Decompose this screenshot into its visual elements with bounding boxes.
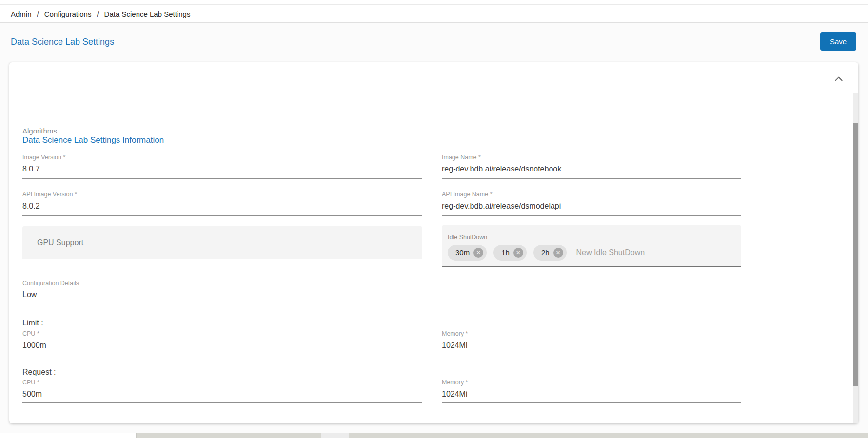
chip-close-icon[interactable]: ✕ xyxy=(553,248,563,258)
scrollbar-thumb[interactable] xyxy=(853,123,858,386)
scrollbar-track[interactable] xyxy=(853,93,858,423)
api-image-version-input[interactable]: 8.0.2 xyxy=(22,202,422,210)
image-version-field[interactable]: Image Version * 8.0.7 xyxy=(22,154,422,179)
request-cpu-input[interactable]: 500m xyxy=(22,390,422,399)
limit-heading: Limit : xyxy=(22,319,43,327)
limit-memory-field[interactable]: Memory * 1024Mi xyxy=(442,330,741,354)
background-window-segment xyxy=(321,433,349,438)
idle-chip: 30m ✕ xyxy=(448,245,487,261)
request-memory-label: Memory * xyxy=(442,379,741,386)
api-image-version-field[interactable]: API Image Version * 8.0.2 xyxy=(22,191,422,216)
chevron-up-icon xyxy=(832,79,845,87)
configuration-details-label: Configuration Details xyxy=(22,280,741,286)
chip-close-icon[interactable]: ✕ xyxy=(513,248,523,258)
configuration-details-input[interactable]: Low xyxy=(22,290,741,299)
api-image-name-input[interactable]: reg-dev.bdb.ai/release/dsmodelapi xyxy=(442,202,741,210)
breadcrumb: Admin / Configurations / Data Science La… xyxy=(0,4,868,23)
breadcrumb-separator: / xyxy=(97,10,99,18)
request-cpu-field[interactable]: CPU * 500m xyxy=(22,379,422,403)
request-memory-field[interactable]: Memory * 1024Mi xyxy=(442,379,741,403)
gpu-support-field[interactable]: GPU Support xyxy=(22,226,422,259)
image-version-label: Image Version * xyxy=(22,154,422,161)
chip-close-icon[interactable]: ✕ xyxy=(473,248,483,258)
section-divider xyxy=(22,142,841,142)
idle-chip-value: 1h xyxy=(501,248,510,257)
gpu-support-label: GPU Support xyxy=(37,238,83,247)
new-idle-shutdown-input[interactable]: New Idle ShutDown xyxy=(576,248,645,257)
window-top-strip xyxy=(0,0,868,4)
section-label-algorithms: Algorithms xyxy=(22,127,57,135)
breadcrumb-item-current: Data Science Lab Settings xyxy=(104,10,191,18)
panel-title: Data Science Lab Settings Information xyxy=(22,135,164,145)
api-image-name-field[interactable]: API Image Name * reg-dev.bdb.ai/release/… xyxy=(442,191,741,216)
collapse-panel-button[interactable] xyxy=(831,72,846,87)
header-divider xyxy=(22,104,841,104)
request-heading: Request : xyxy=(22,368,56,377)
request-memory-input[interactable]: 1024Mi xyxy=(442,390,741,399)
limit-cpu-input[interactable]: 1000m xyxy=(22,341,422,350)
breadcrumb-item-admin[interactable]: Admin xyxy=(11,10,32,18)
image-name-input[interactable]: reg-dev.bdb.ai/release/dsnotebook xyxy=(442,165,741,173)
api-image-version-label: API Image Version * xyxy=(22,191,422,198)
configuration-details-field[interactable]: Configuration Details Low xyxy=(22,280,741,305)
idle-chip-value: 2h xyxy=(541,248,550,257)
idle-shutdown-field[interactable]: Idle ShutDown 30m ✕ 1h ✕ 2h ✕ New Idle S… xyxy=(442,225,741,267)
page-title: Data Science Lab Settings xyxy=(11,37,114,47)
idle-chip: 2h ✕ xyxy=(533,245,567,261)
image-version-input[interactable]: 8.0.7 xyxy=(22,165,422,173)
breadcrumb-separator: / xyxy=(37,10,39,18)
background-window-strip xyxy=(0,433,868,438)
breadcrumb-item-configurations[interactable]: Configurations xyxy=(44,10,92,18)
idle-shutdown-chips: 30m ✕ 1h ✕ 2h ✕ New Idle ShutDown xyxy=(448,245,741,261)
limit-memory-label: Memory * xyxy=(442,330,741,337)
save-button[interactable]: Save xyxy=(820,32,856,51)
background-window-segment xyxy=(0,433,137,438)
settings-panel: Data Science Lab Settings Information Al… xyxy=(9,62,858,423)
idle-chip-value: 30m xyxy=(455,248,470,257)
limit-memory-input[interactable]: 1024Mi xyxy=(442,341,741,350)
image-name-field[interactable]: Image Name * reg-dev.bdb.ai/release/dsno… xyxy=(442,154,741,179)
image-name-label: Image Name * xyxy=(442,154,741,161)
window-left-edge xyxy=(2,0,2,438)
request-cpu-label: CPU * xyxy=(22,379,422,386)
api-image-name-label: API Image Name * xyxy=(442,191,741,198)
limit-cpu-label: CPU * xyxy=(22,330,422,337)
idle-chip: 1h ✕ xyxy=(493,245,527,261)
limit-cpu-field[interactable]: CPU * 1000m xyxy=(22,330,422,354)
idle-shutdown-label: Idle ShutDown xyxy=(448,234,487,241)
